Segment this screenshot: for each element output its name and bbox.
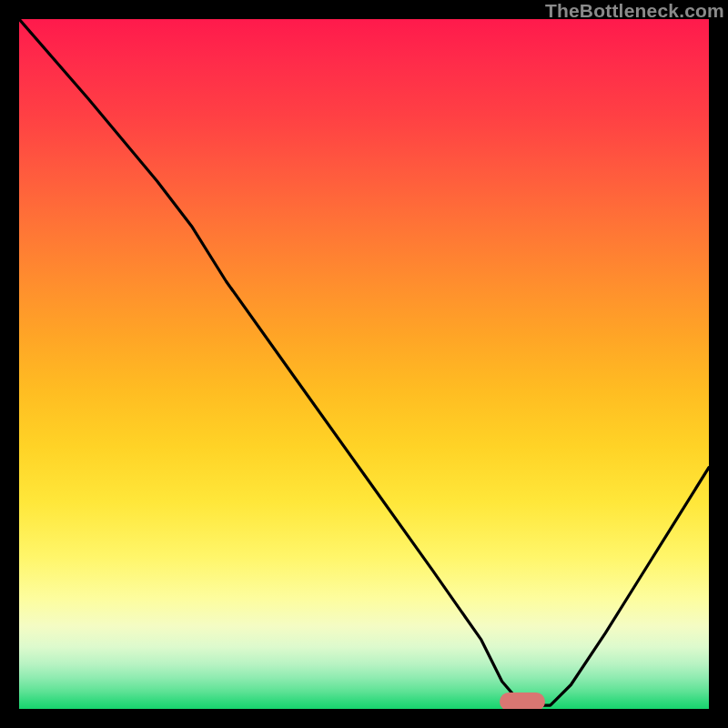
bottleneck-curve [19, 19, 709, 709]
chart-frame: TheBottleneck.com [0, 0, 728, 728]
plot-area [19, 19, 709, 709]
watermark-text: TheBottleneck.com [545, 0, 724, 22]
optimum-marker [500, 693, 545, 709]
